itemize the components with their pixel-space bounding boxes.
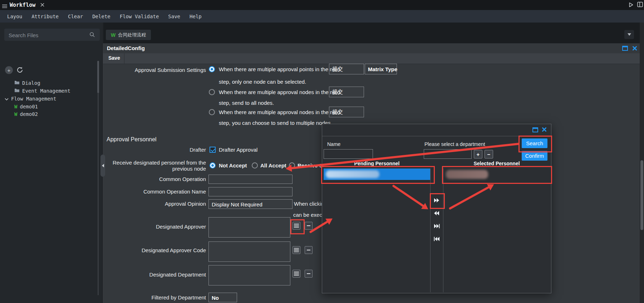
approval-personnel-heading: Approval Personnel	[107, 136, 157, 143]
transfer-all-left-button[interactable]	[432, 234, 441, 244]
drafter-approval-checkbox[interactable]	[210, 147, 216, 153]
department-input[interactable]	[424, 149, 472, 159]
chevron-down-icon	[5, 96, 9, 102]
department-picker-list-icon[interactable]	[292, 270, 300, 278]
selected-personnel-item[interactable]	[446, 170, 488, 179]
confirm-button[interactable]: Confirm	[522, 151, 547, 161]
menu-item-attribute[interactable]: Attribute	[31, 14, 59, 19]
tab-contract-flow[interactable]: W 合同处理流程	[106, 30, 151, 40]
sidebar-collapse-handle[interactable]	[100, 155, 105, 177]
run-icon[interactable]	[628, 2, 634, 9]
search-input[interactable]	[8, 29, 88, 41]
receive-personnel-label: Receive designated personnel from the pr…	[113, 160, 206, 172]
menu-item-delete[interactable]: Delete	[92, 14, 110, 19]
panel-title: DetailedConfig	[107, 45, 145, 51]
close-dialog-icon[interactable]	[542, 127, 547, 133]
close-tab-icon[interactable]	[40, 2, 45, 9]
document-tab-strip: W 合同处理流程	[103, 23, 644, 43]
radio-choose-nodes[interactable]	[209, 109, 215, 115]
search-icon[interactable]	[89, 32, 95, 39]
main-scrollbar[interactable]	[640, 23, 644, 303]
receive-option-label: Not Accept	[219, 162, 247, 168]
expand-department-plus-icon[interactable]: +	[474, 150, 482, 158]
designated-approver-code-textarea[interactable]	[208, 241, 290, 262]
refresh-icon[interactable]	[16, 67, 23, 75]
sidebar-item-dialog[interactable]: Dialog	[14, 80, 40, 86]
designated-department-textarea[interactable]	[208, 265, 290, 285]
radio-single-node[interactable]	[209, 66, 215, 72]
transfer-left-button[interactable]	[432, 209, 441, 218]
drafter-approval-option: Drafter Approval	[219, 147, 257, 153]
approval-opinion-select[interactable]: Display Not Required	[208, 199, 292, 209]
sidebar-item-demo02[interactable]: W demo02	[14, 111, 38, 117]
radio-not-accept[interactable]	[210, 162, 216, 168]
tree-item-label: Dialog	[22, 80, 40, 86]
transfer-right-button[interactable]	[432, 196, 441, 205]
submit-action-input[interactable]: 提交	[329, 87, 364, 97]
search-button[interactable]: Search	[522, 138, 547, 148]
radio-all-accept[interactable]	[252, 162, 258, 168]
menu-item-clear[interactable]: Clear	[68, 14, 83, 19]
approver-clear-minus-icon[interactable]	[305, 222, 313, 230]
main-scrollbar-thumb[interactable]	[640, 160, 643, 230]
drafter-label: Drafter	[190, 147, 206, 153]
censored-name	[326, 170, 379, 178]
common-operation-name-input[interactable]	[208, 187, 292, 196]
option-text: When there are multiple approval nodes i…	[219, 109, 340, 115]
name-input[interactable]	[324, 149, 373, 159]
collapse-department-minus-icon[interactable]: −	[485, 150, 493, 158]
detailed-config-header: DetailedConfig	[103, 43, 644, 54]
submission-settings-label: Approval Submission Settings	[135, 67, 206, 73]
close-panel-icon[interactable]	[632, 46, 637, 52]
designated-approver-textarea[interactable]	[208, 217, 290, 238]
department-label: Please select a department	[424, 141, 485, 147]
sidebar-item-event-management[interactable]: Event Management	[14, 88, 70, 94]
radio-receive-specified[interactable]	[289, 162, 295, 168]
submit-action-input[interactable]: 提交	[329, 107, 364, 117]
approver-code-picker-list-icon[interactable]	[292, 246, 300, 254]
tab-list-dropdown-button[interactable]	[624, 30, 634, 39]
pending-personnel-header: Pending Personnel	[324, 161, 430, 166]
submit-action-input[interactable]: 提交	[329, 64, 364, 74]
option-text: step, you can choose to send to multiple…	[219, 120, 332, 126]
approver-picker-list-icon[interactable]	[292, 222, 300, 230]
save-button[interactable]: Save	[108, 55, 120, 61]
designated-approver-label: Designated Approver	[156, 224, 206, 230]
common-operation-input[interactable]	[208, 175, 292, 184]
approver-code-clear-minus-icon[interactable]	[305, 246, 313, 254]
menu-item-layout[interactable]: Layou	[7, 14, 22, 19]
option-text: step, send to all nodes.	[219, 100, 274, 106]
add-icon[interactable]: +	[5, 66, 13, 74]
pending-personnel-row-selected[interactable]	[324, 168, 430, 180]
transfer-all-right-button[interactable]	[432, 221, 441, 231]
workflow-file-icon: W	[14, 111, 17, 117]
common-operation-name-label: Common Operation Name	[143, 189, 206, 195]
sidebar-scrollbar[interactable]	[98, 61, 99, 295]
sidebar-item-demo01[interactable]: W demo01	[14, 104, 38, 109]
censored-name	[446, 170, 488, 179]
approval-opinion-label: Approval Opinion	[165, 201, 206, 207]
matrix-type-button[interactable]: Matrix Type	[365, 64, 397, 74]
maximize-dialog-icon[interactable]	[532, 127, 538, 134]
menu-item-help[interactable]: Help	[190, 14, 202, 19]
option-text: When there are multiple approval points …	[219, 66, 340, 72]
menu-item-flow-validate[interactable]: Flow Validate	[120, 14, 159, 19]
name-label: Name	[327, 141, 340, 147]
common-operation-label: Common Operation	[159, 176, 206, 182]
radio-all-nodes[interactable]	[209, 89, 215, 95]
filtered-by-department-select[interactable]: No	[208, 293, 237, 302]
workflow-file-icon: W	[14, 104, 17, 109]
split-panel-icon[interactable]	[637, 2, 643, 9]
folder-icon	[14, 88, 20, 94]
receive-option-label: All Accept	[260, 162, 286, 168]
window-title: Workflow	[10, 2, 35, 8]
menu-item-save[interactable]: Save	[168, 14, 180, 19]
hamburger-icon[interactable]	[2, 3, 7, 10]
maximize-panel-icon[interactable]	[622, 46, 628, 52]
selected-personnel-header: Selected Personnel	[443, 161, 550, 166]
department-clear-minus-icon[interactable]	[305, 270, 313, 278]
tree-item-label: Flow Management	[11, 96, 56, 102]
sidebar-item-flow-management[interactable]: Flow Management	[5, 96, 56, 102]
sidebar: + Dialog Event Management Flow Managemen…	[0, 23, 103, 303]
personnel-picker-dialog: Name Please select a department + − Sear…	[322, 124, 551, 293]
